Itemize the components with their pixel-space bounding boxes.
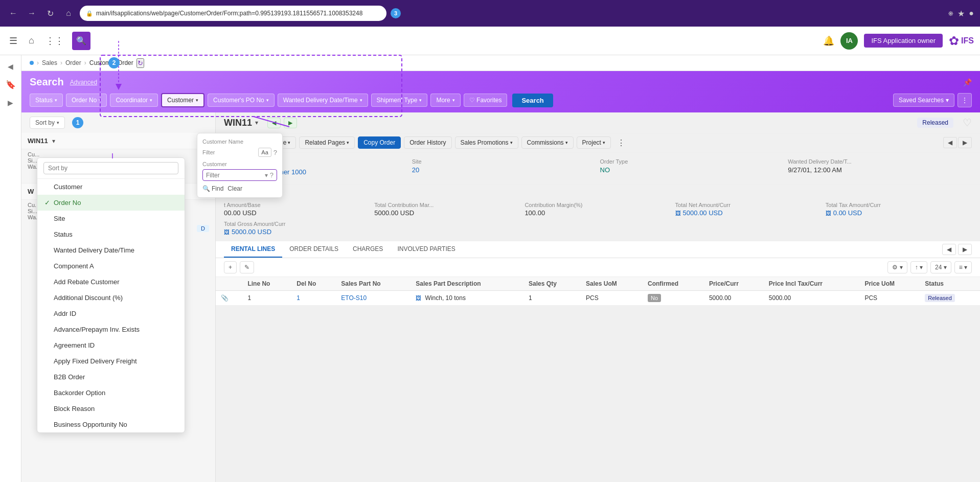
- site-value[interactable]: 20: [412, 166, 596, 174]
- filter-more[interactable]: More ▾: [430, 94, 460, 107]
- tab-order-details[interactable]: ORDER DETAILS: [282, 241, 346, 258]
- home-nav-button[interactable]: ⌂: [26, 32, 37, 49]
- search-main-button[interactable]: Search: [512, 94, 553, 107]
- breadcrumb-refresh-button[interactable]: ↻: [136, 58, 144, 68]
- address-bar[interactable]: 🔒 main/ifsapplications/web/page/Customer…: [80, 6, 386, 21]
- tab-involved-parties[interactable]: INVOLVED PARTIES: [390, 241, 462, 258]
- table-wrap: Line No Del No Sales Part No Sales Part …: [216, 277, 980, 306]
- sort-item-site[interactable]: Site: [37, 211, 185, 226]
- page-next-button[interactable]: ▶: [958, 137, 972, 148]
- table-row[interactable]: 📎 1 1 ETO-S10 🖼 Winch, 10 tons 1 PCS No: [216, 291, 980, 306]
- breadcrumb-order[interactable]: Order: [65, 59, 81, 66]
- sidebar-collapse-button[interactable]: ◀: [6, 60, 15, 73]
- order-favorite-button[interactable]: ♡: [963, 117, 972, 129]
- amount-tax-value[interactable]: 🖼 0.00 USD: [826, 209, 972, 217]
- sidebar-expand-button[interactable]: ▶: [6, 97, 15, 109]
- more-options-button[interactable]: ⋮: [958, 93, 972, 107]
- pin-button[interactable]: 📌: [963, 78, 972, 86]
- copy-order-button[interactable]: Copy Order: [358, 136, 401, 149]
- tab-prev-button[interactable]: ◀: [942, 244, 956, 255]
- aa-toggle-button[interactable]: Aa: [258, 148, 271, 157]
- sort-item-b2b[interactable]: B2B Order: [37, 369, 185, 385]
- search-header-button[interactable]: 🔍: [72, 32, 90, 50]
- tab-charges[interactable]: CHARGES: [346, 241, 390, 258]
- sort-item-status[interactable]: Status: [37, 226, 185, 242]
- user-avatar-button[interactable]: IA: [840, 32, 858, 50]
- grid-button[interactable]: ⋮⋮: [42, 32, 67, 50]
- sort-search-input[interactable]: [43, 162, 178, 174]
- commissions-button[interactable]: Commissions ▾: [521, 136, 574, 149]
- breadcrumb-sales[interactable]: Sales: [42, 59, 57, 66]
- reload-button[interactable]: ↻: [43, 6, 57, 20]
- next-scroll-btn[interactable]: ▶: [284, 118, 297, 128]
- page-prev-button[interactable]: ◀: [943, 137, 957, 148]
- favorites-button[interactable]: ♡ Favorites: [464, 94, 508, 107]
- gear-settings-button[interactable]: ⚙ ▾: [887, 261, 907, 273]
- amount-gross-value[interactable]: 🖼 5000.00 USD: [224, 228, 370, 236]
- export-button[interactable]: ↑ ▾: [910, 261, 927, 273]
- customer-help-button[interactable]: ?: [270, 171, 274, 179]
- sort-item-add-rebate[interactable]: Add Rebate Customer: [37, 274, 185, 290]
- filter-status[interactable]: Status ▾: [30, 94, 63, 107]
- hamburger-button[interactable]: ☰: [6, 32, 20, 50]
- back-button[interactable]: ←: [6, 6, 20, 20]
- prev-scroll-btn[interactable]: ◀: [267, 118, 281, 128]
- list-item-chevron[interactable]: ▾: [52, 137, 55, 145]
- project-button[interactable]: Project ▾: [577, 136, 611, 149]
- sort-item-advance[interactable]: Advance/Prepaym Inv. Exists: [37, 322, 185, 337]
- amount-contribution-label: Total Contribution Mar...: [374, 202, 520, 208]
- advanced-link[interactable]: Advanced: [70, 79, 97, 86]
- order-id-chip: WIN11 ▾: [224, 118, 258, 128]
- order-id-dropdown-button[interactable]: ▾: [255, 119, 258, 126]
- customer-filter-input[interactable]: [206, 172, 263, 179]
- col-price-incl: Price Incl Tax/Curr: [764, 277, 860, 291]
- forward-button[interactable]: →: [25, 6, 39, 20]
- sort-item-backorder[interactable]: Backorder Option: [37, 385, 185, 401]
- per-page-button[interactable]: 24 ▾: [930, 261, 951, 273]
- sort-item-apply-fixed[interactable]: Apply Fixed Delivery Freight: [37, 353, 185, 369]
- filter-shipment-type[interactable]: Shipment Type ▾: [371, 94, 428, 107]
- sort-by-button[interactable]: Sort by ▾: [30, 117, 65, 129]
- home-button[interactable]: ⌂: [61, 6, 76, 20]
- find-button[interactable]: 🔍 Find: [202, 185, 223, 192]
- add-row-button[interactable]: +: [224, 261, 237, 273]
- customer-dropdown-title: Customer Name: [202, 139, 277, 145]
- sales-part-link[interactable]: ETO-S10: [341, 294, 367, 302]
- view-toggle-button[interactable]: ≡ ▾: [954, 261, 972, 273]
- sort-item-block[interactable]: Block Reason: [37, 401, 185, 417]
- amount-net-value[interactable]: 🖼 5000.00 USD: [675, 209, 822, 217]
- tab-rental-lines[interactable]: RENTAL LINES: [224, 241, 282, 258]
- help-button[interactable]: ?: [274, 149, 277, 156]
- clear-button[interactable]: Clear: [227, 185, 242, 192]
- star-icon[interactable]: ★: [958, 9, 965, 18]
- sort-item-wanted-delivery[interactable]: Wanted Delivery Date/Time: [37, 242, 185, 258]
- sort-item-agreement[interactable]: Agreement ID: [37, 337, 185, 353]
- sort-item-customer[interactable]: Customer: [37, 179, 185, 195]
- sort-item-additional-discount[interactable]: Additional Discount (%): [37, 290, 185, 306]
- sort-item-addr-id[interactable]: Addr ID: [37, 306, 185, 322]
- notification-button[interactable]: 🔔: [823, 35, 834, 47]
- order-history-button[interactable]: Order History: [404, 136, 451, 149]
- search-title: Search: [30, 76, 64, 88]
- filter-wanted-delivery[interactable]: Wanted Delivery Date/Time ▾: [278, 94, 368, 107]
- order-type-value[interactable]: NO: [600, 166, 784, 174]
- sales-promotions-button[interactable]: Sales Promotions ▾: [455, 136, 518, 149]
- customer-filter-chevron[interactable]: ▾: [265, 172, 268, 179]
- sort-item-component-a[interactable]: Component A: [37, 258, 185, 274]
- del-no-link[interactable]: 1: [297, 294, 300, 302]
- tab-next-button[interactable]: ▶: [958, 244, 972, 255]
- edit-row-button[interactable]: ✎: [240, 261, 254, 273]
- filter-customer[interactable]: Customer ▾: [161, 93, 204, 107]
- sidebar-bookmarks-button[interactable]: 🔖: [3, 77, 19, 93]
- action-more-button[interactable]: ⋮: [614, 137, 628, 149]
- related-pages-button[interactable]: Related Pages ▾: [299, 136, 355, 149]
- sort-item-business-opp[interactable]: Business Opportunity No: [37, 417, 185, 432]
- search-title-row: Search Advanced 📌: [30, 76, 972, 88]
- filter-order-no[interactable]: Order No ▾: [66, 94, 107, 107]
- site-cell: Site 20: [412, 158, 596, 178]
- filter-coordinator[interactable]: Coordinator ▾: [110, 94, 158, 107]
- saved-searches-button[interactable]: Saved Searches ▾: [893, 94, 954, 107]
- user-name-button[interactable]: IFS Application owner: [864, 34, 943, 48]
- filter-customers-po-no[interactable]: Customer's PO No ▾: [208, 94, 275, 107]
- sort-item-order-no[interactable]: Order No: [37, 195, 185, 211]
